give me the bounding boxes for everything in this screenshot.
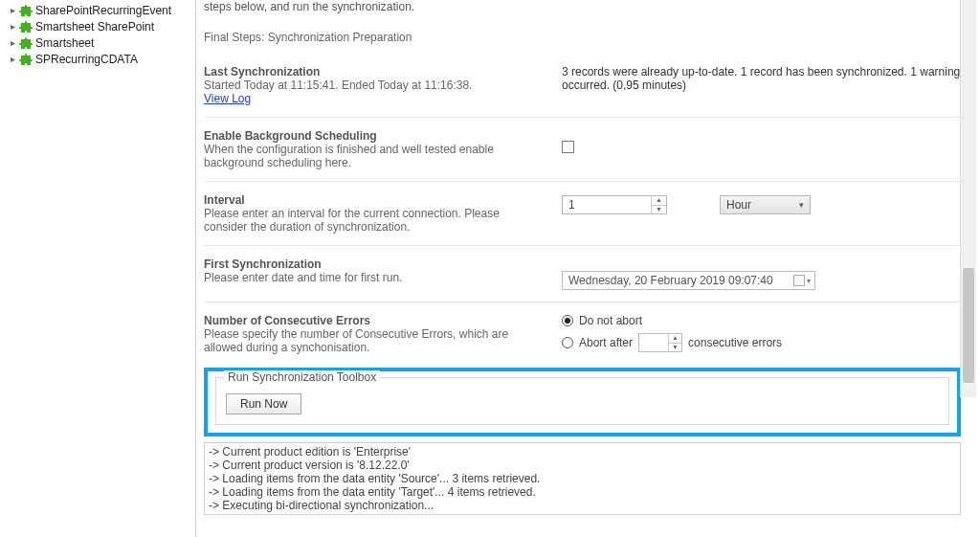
chevron-right-icon: ▸	[8, 37, 17, 48]
tree-item-label: Smartsheet	[35, 36, 94, 50]
row-last-sync: Last Synchronization Started Today at 11…	[204, 65, 961, 118]
row-interval: Interval Please enter an interval for th…	[204, 193, 961, 246]
puzzle-icon	[19, 36, 33, 50]
tree-item[interactable]: ▸ SPRecurringCDATA	[0, 51, 195, 67]
puzzle-icon	[19, 4, 33, 17]
log-line: -> Current product edition is 'Enterpris…	[209, 445, 956, 459]
interval-value: 1	[563, 196, 651, 213]
interval-unit-label: Hour	[726, 198, 751, 212]
first-sync-date-value: Wednesday, 20 February 2019 09:07:40	[568, 274, 773, 287]
chevron-right-icon: ▸	[8, 5, 17, 15]
groupbox-legend: Run Synchronization Toolbox	[224, 370, 380, 384]
puzzle-icon	[19, 20, 33, 34]
chevron-right-icon: ▸	[8, 21, 17, 32]
tree-item[interactable]: ▸ Smartsheet	[0, 34, 195, 51]
interval-value-input[interactable]: 1 ▲▼	[562, 195, 667, 214]
view-log-link[interactable]: View Log	[204, 92, 539, 105]
tree-item[interactable]: ▸ Smartsheet SharePoint	[0, 18, 195, 34]
cons-errors-title: Number of Consecutive Errors	[204, 314, 539, 327]
radio-icon	[562, 337, 573, 348]
scrollbar-thumb[interactable]	[963, 268, 974, 383]
radio-abort-after[interactable]: Abort after ▲▼ consecutive errors	[562, 333, 961, 352]
run-sync-toolbox-group: Run Synchronization Toolbox Run Now	[215, 377, 949, 425]
row-first-sync: First Synchronization Please enter date …	[204, 257, 961, 302]
interval-desc: Please enter an interval for the current…	[204, 207, 539, 234]
tree-item[interactable]: ▸ SharePointRecurringEvent	[0, 2, 195, 18]
highlighted-toolbox: Run Synchronization Toolbox Run Now	[204, 368, 961, 436]
log-line: -> Current product version is '8.12.22.0…	[209, 459, 956, 472]
interval-title: Interval	[204, 193, 539, 207]
log-line: -> Executing bi-directional synchronizat…	[209, 499, 956, 512]
enable-bg-title: Enable Background Scheduling	[204, 129, 539, 143]
first-sync-date-input[interactable]: Wednesday, 20 February 2019 09:07:40 ▾	[562, 271, 815, 290]
log-line: -> Loading items from the data entity 'S…	[209, 472, 956, 485]
interval-unit-combo[interactable]: Hour ▾	[720, 195, 811, 214]
last-sync-summary: 3 records were already up-to-date. 1 rec…	[562, 65, 961, 92]
tree-panel: ▸ SharePointRecurringEvent ▸ Smartsheet …	[0, 0, 196, 537]
calendar-icon	[793, 275, 805, 286]
chevron-down-icon: ▾	[799, 200, 804, 210]
radio-label-prefix: Abort after	[579, 336, 633, 349]
log-line: -> Loading items from the data entity 'T…	[209, 485, 956, 499]
abort-after-input[interactable]: ▲▼	[638, 333, 682, 352]
radio-label-suffix: consecutive errors	[688, 336, 782, 349]
tree-item-label: Smartsheet SharePoint	[35, 20, 154, 34]
enable-bg-checkbox[interactable]	[562, 141, 574, 153]
chevron-right-icon: ▸	[8, 54, 17, 64]
calendar-dropdown-icon[interactable]: ▾	[793, 275, 811, 286]
radio-icon	[562, 315, 573, 326]
cons-errors-desc: Please specify the number of Consecutive…	[204, 327, 539, 354]
puzzle-icon	[19, 53, 33, 66]
main-panel: steps below, and run the synchronization…	[196, 0, 976, 537]
enable-bg-desc: When the configuration is finished and w…	[204, 143, 539, 169]
scrollbar[interactable]	[960, 0, 976, 397]
interval-spinner[interactable]: ▲▼	[651, 196, 666, 213]
first-sync-desc: Please enter date and time for first run…	[204, 271, 539, 284]
tree-item-label: SPRecurringCDATA	[35, 53, 138, 66]
radio-label: Do not abort	[579, 314, 642, 327]
section-title: Final Steps: Synchronization Preparation	[204, 31, 961, 44]
chevron-down-icon: ▾	[807, 277, 811, 285]
log-output: -> Current product edition is 'Enterpris…	[204, 442, 961, 515]
row-cons-errors: Number of Consecutive Errors Please spec…	[204, 314, 961, 360]
tree-item-label: SharePointRecurringEvent	[35, 4, 171, 17]
first-sync-title: First Synchronization	[204, 257, 539, 271]
row-enable-bg: Enable Background Scheduling When the co…	[204, 129, 961, 182]
last-sync-desc: Started Today at 11:15:41. Ended Today a…	[204, 78, 539, 92]
last-sync-title: Last Synchronization	[204, 65, 539, 78]
intro-text: steps below, and run the synchronization…	[204, 0, 961, 13]
radio-do-not-abort[interactable]: Do not abort	[562, 314, 961, 327]
run-now-button[interactable]: Run Now	[226, 393, 301, 414]
